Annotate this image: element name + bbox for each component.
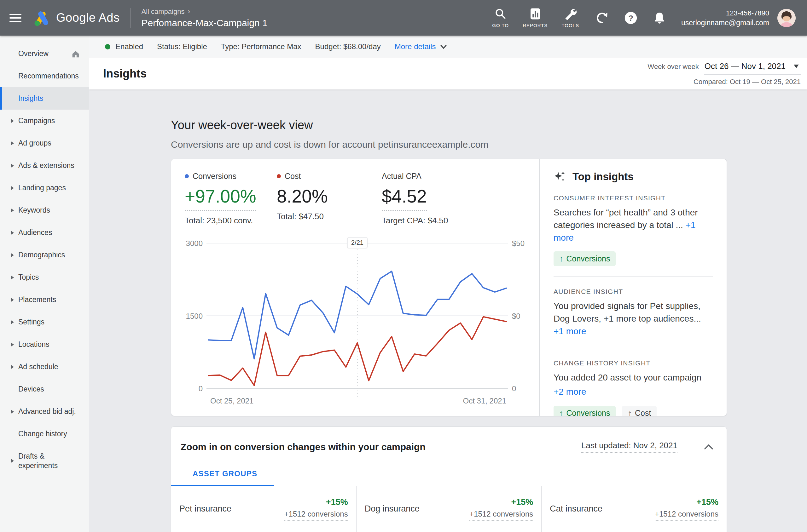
- sidebar-item-ad-schedule[interactable]: Ad schedule: [0, 356, 89, 378]
- sidebar-item-topics[interactable]: Topics: [0, 266, 89, 288]
- sidebar-item-overview[interactable]: Overview: [0, 42, 89, 65]
- divider: [553, 348, 713, 348]
- go-to-button[interactable]: GO TO: [492, 7, 509, 28]
- insights-header-band: Insights Week over week Oct 26 — Nov 1, …: [89, 58, 807, 90]
- asset-group-dog-insurance[interactable]: Dog insurance +15% +1512 conversions: [356, 486, 542, 532]
- more-link[interactable]: +2 more: [553, 385, 713, 398]
- header-nav: GO TO REPORTS TOOLS: [492, 7, 579, 28]
- time-series-chart[interactable]: 3000$501500$000Oct 25, 2021Oct 31, 2021 …: [171, 235, 539, 411]
- header-icons: ?: [595, 11, 666, 25]
- cost-chip[interactable]: ↑Cost: [622, 406, 657, 416]
- sidebar-item-change-history[interactable]: Change history: [0, 423, 89, 445]
- refresh-icon[interactable]: [595, 11, 609, 24]
- reports-button[interactable]: REPORTS: [522, 7, 548, 28]
- insight-category: CHANGE HISTORY INSIGHT: [553, 359, 713, 367]
- chart-canvas: 3000$501500$000Oct 25, 2021Oct 31, 2021: [171, 235, 539, 411]
- conversions-delta: +1512 conversions: [655, 510, 718, 521]
- asset-group-pet-insurance[interactable]: Pet insurance +15% +1512 conversions: [171, 486, 356, 532]
- sidebar-item-audiences[interactable]: Audiences: [0, 222, 89, 244]
- sidebar-item-locations[interactable]: Locations: [0, 333, 89, 356]
- conversions-total: Total: 23,500 conv.: [185, 216, 277, 226]
- insight-category: CONSUMER INTEREST INSIGHT: [553, 194, 713, 202]
- caret-icon: [11, 141, 14, 146]
- metrics-row: Conversions +97.00% Total: 23,500 conv. …: [171, 159, 539, 226]
- metric-conversions[interactable]: Conversions +97.00% Total: 23,500 conv.: [185, 172, 277, 226]
- target-cpa: Target CPA: $4.50: [382, 216, 539, 226]
- caret-icon: [11, 342, 14, 347]
- tools-button[interactable]: TOOLS: [562, 7, 579, 28]
- caret-icon: [11, 298, 14, 302]
- main-content: Your week-over-week view Conversions are…: [89, 90, 807, 532]
- week-over-week-card: Conversions +97.00% Total: 23,500 conv. …: [171, 159, 727, 416]
- more-details-button[interactable]: More details: [395, 42, 447, 51]
- caret-icon: [11, 119, 14, 123]
- account-phone: 123-456-7890: [681, 8, 769, 18]
- sidebar-item-insights[interactable]: Insights: [0, 87, 89, 110]
- collapse-button[interactable]: [704, 444, 713, 450]
- avatar-image: [777, 9, 796, 27]
- dropdown-arrow-icon: [794, 64, 799, 68]
- arrow-up-icon: ↑: [628, 408, 632, 416]
- sidebar-item-ad-groups[interactable]: Ad groups: [0, 132, 89, 154]
- arrow-up-icon: ↑: [559, 408, 563, 416]
- sidebar-nav: Overview Recommendations Insights Campai…: [0, 36, 89, 532]
- enabled-status[interactable]: Enabled: [105, 42, 143, 51]
- last-updated[interactable]: Last updated: Nov 2, 2021: [581, 441, 677, 453]
- help-icon[interactable]: ?: [624, 11, 638, 25]
- chevron-down-icon: [440, 45, 447, 49]
- notifications-bell-icon[interactable]: [653, 11, 666, 24]
- chart-section: Conversions +97.00% Total: 23,500 conv. …: [171, 159, 539, 416]
- top-header: Google Ads All campaigns › Perfomance-Ma…: [0, 0, 807, 36]
- period-label: Week over week: [648, 63, 699, 71]
- sidebar-item-settings[interactable]: Settings: [0, 311, 89, 333]
- insight-consumer-interest: CONSUMER INTEREST INSIGHT Searches for “…: [553, 194, 713, 266]
- sidebar-item-ads-extensions[interactable]: Ads & extensions: [0, 154, 89, 177]
- page-title: Insights: [103, 67, 147, 80]
- conversion-changes-title: Zoom in on conversion changes within you…: [181, 442, 425, 452]
- caret-icon: [11, 231, 14, 235]
- sidebar-item-recommendations[interactable]: Recommendations: [0, 65, 89, 87]
- active-tab-indicator: [171, 485, 274, 486]
- conversions-legend-dot-icon: [185, 174, 189, 178]
- conversions-delta: +1512 conversions: [285, 510, 348, 521]
- home-icon: [71, 49, 80, 59]
- avatar[interactable]: [777, 9, 796, 27]
- sidebar-item-advanced-bid-adj[interactable]: Advanced bid adj.: [0, 400, 89, 423]
- metric-cost[interactable]: Cost 8.20% Total: $47.50: [277, 172, 382, 226]
- more-link[interactable]: +1 more: [553, 326, 586, 336]
- insight-text: You added 20 asset to your campaign: [553, 373, 701, 382]
- insight-text: You provided signals for Pet supplies, D…: [553, 301, 701, 323]
- conversions-chip[interactable]: ↑Conversions: [553, 406, 616, 416]
- tab-asset-groups[interactable]: ASSET GROUPS: [192, 469, 257, 486]
- sidebar-item-devices[interactable]: Devices: [0, 378, 89, 400]
- tab-bar: ASSET GROUPS: [171, 469, 727, 486]
- cost-change-value: 8.20%: [277, 186, 328, 207]
- insight-audience: AUDIENCE INSIGHT You provided signals fo…: [553, 288, 713, 337]
- sidebar-item-drafts-experiments[interactable]: Drafts & experiments: [0, 445, 89, 477]
- google-ads-logo[interactable]: Google Ads: [33, 9, 120, 27]
- date-range-selector[interactable]: Oct 26 — Nov 1, 2021: [704, 61, 801, 75]
- wrench-icon: [564, 7, 576, 20]
- campaign-budget: Budget: $68.00/day: [315, 42, 381, 51]
- svg-text:?: ?: [628, 13, 633, 23]
- caret-icon: [11, 186, 14, 190]
- sidebar-item-landing-pages[interactable]: Landing pages: [0, 177, 89, 199]
- insight-text: Searches for “pet health” and 3 other ca…: [553, 208, 698, 230]
- sidebar-item-placements[interactable]: Placements: [0, 288, 89, 311]
- sidebar-item-keywords[interactable]: Keywords: [0, 199, 89, 222]
- sidebar-item-campaigns[interactable]: Campaigns: [0, 110, 89, 132]
- chart-annotation-tooltip: 2/21: [347, 237, 368, 248]
- menu-icon[interactable]: [10, 14, 21, 22]
- caret-icon: [11, 365, 14, 369]
- metric-actual-cpa[interactable]: Actual CPA $4.52 Target CPA: $4.50: [382, 172, 539, 226]
- breadcrumb[interactable]: All campaigns ›: [141, 7, 267, 16]
- cost-total: Total: $47.50: [277, 212, 382, 222]
- conversions-chip[interactable]: ↑Conversions: [553, 251, 616, 266]
- svg-text:$0: $0: [512, 312, 520, 320]
- account-info[interactable]: 123-456-7890 userloginname@gmail.com: [681, 8, 769, 27]
- sidebar-item-demographics[interactable]: Demographics: [0, 244, 89, 266]
- caret-icon: [11, 410, 14, 414]
- status-eligible: Status: Eligible: [157, 42, 207, 51]
- asset-group-cat-insurance[interactable]: Cat insurance +15% +1512 conversions: [542, 486, 727, 532]
- caret-icon: [11, 275, 14, 280]
